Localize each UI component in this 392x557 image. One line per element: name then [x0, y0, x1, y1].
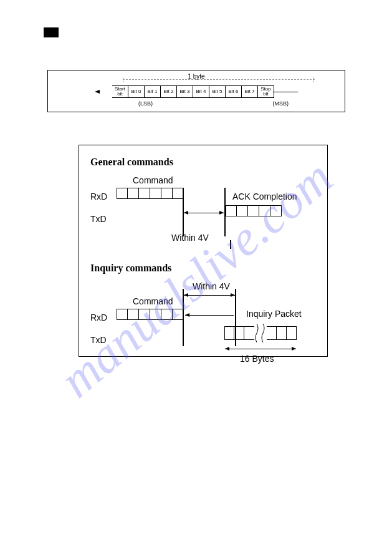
command-boxes [117, 188, 184, 199]
bytes-arrow [225, 349, 296, 349]
bit-cell: Bit 7 [242, 85, 258, 98]
command-label: Command [133, 175, 173, 185]
bit-cell: Bit 0 [128, 85, 145, 98]
timing-arrow [184, 213, 224, 213]
arrow-line [273, 92, 298, 92]
txd-label: TxD [90, 335, 107, 345]
bit-cell: Bit 2 [161, 85, 177, 98]
ack-boxes [226, 205, 282, 216]
bit-cell: Bit 3 [177, 85, 193, 98]
timing-label: Within 4V [193, 281, 230, 291]
vline [183, 289, 184, 346]
command-boxes [117, 309, 184, 320]
arrow-left-icon [95, 90, 100, 94]
general-title: General commands [90, 157, 316, 168]
inquiry-boxes [224, 326, 297, 340]
arrow [185, 315, 234, 316]
stop-bit-cell: Stopbit [258, 85, 274, 98]
break-icon [254, 326, 267, 340]
bit-cell: Bit 1 [145, 85, 161, 98]
packet-label: Inquiry Packet [246, 309, 302, 319]
page-marker [44, 27, 59, 37]
command-label: Command [133, 296, 173, 306]
byte-structure-diagram: 1 byte Startbit Bit 0 Bit 1 Bit 2 Bit 3 … [47, 70, 345, 112]
inquiry-title: Inquiry commands [90, 263, 316, 274]
rxd-label: RxD [90, 191, 107, 201]
timing-label: Within 4V [171, 233, 209, 243]
tick-mark [230, 240, 231, 249]
bits-labels: (LSB) (MSB) [48, 100, 345, 107]
commands-diagram: General commands Command RxD TxD Within … [79, 145, 328, 357]
byte-dashed-line [123, 79, 315, 80]
bit-cell: Bit 4 [193, 85, 209, 98]
ack-label: ACK Completion [232, 191, 297, 201]
bit-cell: Bit 5 [209, 85, 226, 98]
bit-cell: Bit 6 [226, 85, 242, 98]
msb-label: (MSB) [273, 100, 289, 107]
timing-arrow [184, 295, 235, 296]
start-bit-cell: Startbit [112, 85, 128, 98]
bits-row: Startbit Bit 0 Bit 1 Bit 2 Bit 3 Bit 4 B… [95, 85, 298, 98]
general-section: Command RxD TxD Within 4V ACK Completion [90, 175, 316, 263]
lsb-label: (LSB) [138, 100, 153, 107]
inquiry-section: Within 4V Command RxD TxD Inquiry Packet… [90, 281, 316, 369]
txd-label: TxD [90, 214, 107, 224]
rxd-label: RxD [90, 312, 107, 322]
bytes-label: 16 Bytes [240, 354, 274, 364]
